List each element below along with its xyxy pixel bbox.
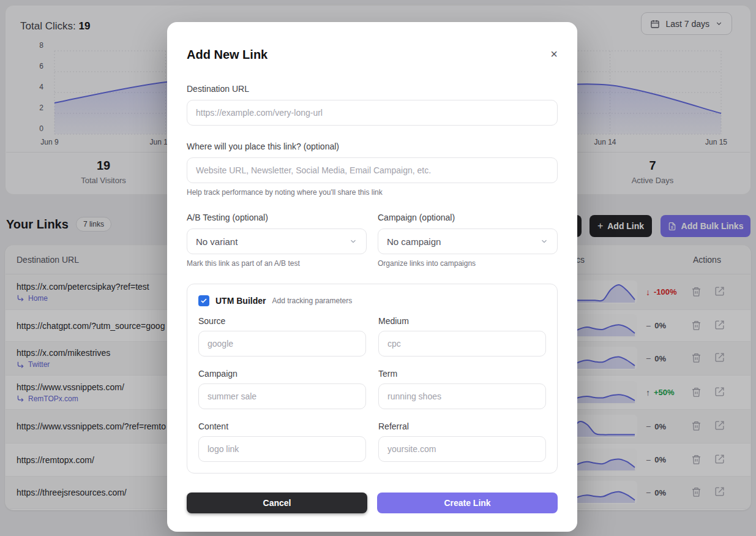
utm-builder-box: UTM Builder Add tracking parameters Sour…	[187, 284, 558, 474]
campaign-select-value: No campaign	[387, 236, 441, 247]
chevron-down-icon	[349, 237, 357, 246]
utm-builder-subtitle: Add tracking parameters	[272, 296, 352, 305]
utm-builder-checkbox[interactable]	[198, 295, 209, 306]
add-new-link-modal: Add New Link × Destination URL Where wil…	[167, 22, 577, 532]
utm-field-medium: Medium	[378, 316, 546, 357]
ab-testing-select[interactable]: No variant	[187, 228, 367, 254]
campaign-select[interactable]: No campaign	[378, 228, 558, 254]
modal-title: Add New Link	[187, 48, 268, 62]
utm-field-referral: Referral	[378, 421, 546, 462]
destination-url-input[interactable]	[187, 100, 558, 126]
utm-medium-input[interactable]	[378, 331, 546, 357]
destination-url-label: Destination URL	[187, 84, 558, 94]
utm-field-label: Content	[198, 421, 366, 431]
close-icon[interactable]: ×	[550, 48, 558, 60]
placement-group: Where will you place this link? (optiona…	[187, 142, 558, 197]
placement-label: Where will you place this link? (optiona…	[187, 142, 558, 151]
utm-field-label: Campaign	[198, 369, 366, 379]
utm-field-label: Referral	[378, 421, 546, 431]
utm-field-term: Term	[378, 369, 546, 409]
utm-source-input[interactable]	[198, 331, 366, 357]
utm-builder-title: UTM Builder	[215, 296, 266, 306]
cancel-button[interactable]: Cancel	[187, 493, 367, 513]
ab-testing-help: Mark this link as part of an A/B test	[187, 259, 367, 268]
placement-help: Help track performance by noting where y…	[187, 188, 558, 197]
utm-field-source: Source	[198, 316, 366, 357]
destination-url-group: Destination URL	[187, 84, 558, 126]
check-icon	[200, 297, 208, 304]
campaign-select-label: Campaign (optional)	[378, 213, 558, 222]
utm-campaign-input[interactable]	[198, 383, 366, 409]
utm-field-campaign: Campaign	[198, 369, 366, 409]
campaign-select-help: Organize links into campaigns	[378, 259, 558, 268]
create-link-button[interactable]: Create Link	[377, 493, 558, 513]
utm-field-label: Medium	[378, 316, 546, 326]
utm-field-label: Source	[198, 316, 366, 326]
utm-fields-grid: SourceMediumCampaignTermContentReferral	[198, 316, 546, 462]
utm-term-input[interactable]	[378, 383, 546, 409]
utm-field-content: Content	[198, 421, 366, 462]
utm-field-label: Term	[378, 369, 546, 379]
chevron-down-icon	[540, 237, 548, 246]
ab-testing-label: A/B Testing (optional)	[187, 213, 367, 222]
placement-input[interactable]	[187, 157, 558, 183]
utm-referral-input[interactable]	[378, 436, 546, 462]
ab-campaign-row: A/B Testing (optional) No variant Mark t…	[187, 213, 558, 268]
ab-testing-value: No variant	[196, 236, 238, 247]
utm-content-input[interactable]	[198, 436, 366, 462]
